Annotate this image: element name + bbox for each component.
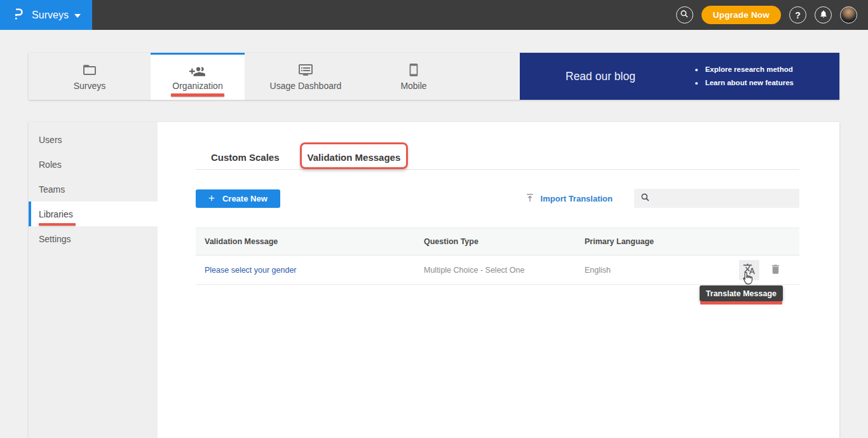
sidebar-item-label: Settings	[39, 234, 71, 244]
blog-banner-title: Read our blog	[566, 70, 635, 83]
nav-tab-label: Mobile	[400, 81, 426, 91]
search-input[interactable]	[655, 189, 799, 208]
import-translation-label: Import Translation	[541, 194, 613, 203]
tooltip-label: Translate Message	[706, 289, 776, 298]
primary-nav: Surveys Organization Usage Dashboard	[29, 53, 520, 100]
sidebar-item-libraries[interactable]: Libraries	[29, 202, 158, 226]
import-icon	[525, 193, 535, 205]
sidebar-item-roles[interactable]: Roles	[29, 152, 158, 177]
table-row: Please select your gender Multiple Choic…	[196, 256, 799, 285]
user-avatar[interactable]	[840, 6, 857, 24]
questionpro-logo-icon	[11, 6, 26, 24]
help-button[interactable]: ?	[789, 6, 806, 24]
sidebar-item-label: Teams	[39, 184, 65, 195]
product-switcher[interactable]: Surveys	[0, 0, 92, 30]
folder-icon	[82, 62, 97, 78]
upgrade-now-button[interactable]: Upgrade Now	[702, 6, 781, 24]
nav-tab-label: Surveys	[74, 81, 106, 91]
nav-tab-label: Organization	[172, 81, 222, 91]
trash-icon	[770, 263, 782, 277]
blog-banner[interactable]: Read our blog Explore research method Le…	[520, 53, 839, 100]
libraries-content: Custom Scales Validation Messages + Crea…	[158, 122, 839, 438]
nav-tab-label: Usage Dashboard	[270, 81, 342, 91]
topbar: Surveys Upgrade Now ?	[0, 0, 868, 30]
smartphone-icon	[407, 62, 421, 78]
validation-messages-table: Validation Message Question Type Primary…	[196, 228, 799, 285]
table-header-row: Validation Message Question Type Primary…	[196, 228, 799, 256]
nav-tab-mobile[interactable]: Mobile	[367, 53, 461, 100]
translate-message-button[interactable]	[739, 260, 759, 280]
translate-message-tooltip: Translate Message	[700, 285, 783, 301]
toolbar: + Create New Import Translation	[196, 188, 799, 209]
annotation-underline-libraries	[39, 223, 76, 226]
tab-label: Custom Scales	[211, 152, 280, 163]
primary-language-cell: English	[585, 266, 737, 275]
table-search-field[interactable]	[634, 189, 799, 208]
blog-banner-bullets: Explore research method Learn about new …	[695, 63, 794, 90]
dashboard-icon	[298, 62, 313, 78]
delete-message-button[interactable]	[770, 263, 782, 277]
annotation-underline-tooltip	[700, 301, 782, 305]
notifications-button[interactable]	[815, 6, 832, 24]
sidebar-item-users[interactable]: Users	[29, 127, 158, 152]
chevron-down-icon	[74, 14, 81, 18]
column-header-question-type: Question Type	[424, 237, 585, 246]
create-new-label: Create New	[222, 194, 268, 203]
nav-tab-usage-dashboard[interactable]: Usage Dashboard	[259, 53, 353, 100]
create-new-button[interactable]: + Create New	[196, 189, 280, 208]
question-type-cell: Multiple Choice - Select One	[424, 266, 585, 275]
validation-message-link[interactable]: Please select your gender	[196, 266, 424, 275]
column-header-primary-language: Primary Language	[585, 237, 737, 246]
sidebar-item-label: Libraries	[39, 209, 73, 219]
product-name: Surveys	[32, 10, 69, 21]
group-add-icon	[189, 64, 206, 78]
primary-nav-row: Surveys Organization Usage Dashboard	[29, 53, 839, 100]
import-translation-link[interactable]: Import Translation	[525, 193, 613, 205]
search-button[interactable]	[676, 6, 693, 24]
search-icon	[641, 193, 650, 205]
row-actions	[737, 260, 799, 280]
question-mark-icon: ?	[795, 10, 801, 20]
libraries-tabs: Custom Scales Validation Messages	[196, 146, 799, 170]
tab-validation-messages[interactable]: Validation Messages	[308, 146, 401, 169]
sidebar-item-settings[interactable]: Settings	[29, 226, 158, 251]
sidebar-item-label: Roles	[39, 160, 62, 170]
organization-sidebar: Users Roles Teams Libraries Settings	[29, 122, 158, 438]
annotation-underline-organization	[171, 93, 224, 97]
nav-tab-surveys[interactable]: Surveys	[43, 53, 137, 100]
blog-bullet: Explore research method	[695, 63, 794, 76]
tab-custom-scales[interactable]: Custom Scales	[211, 146, 280, 169]
bell-icon	[819, 10, 828, 20]
sidebar-item-teams[interactable]: Teams	[29, 177, 158, 202]
search-icon	[680, 10, 689, 20]
nav-tab-organization[interactable]: Organization	[151, 53, 245, 100]
tab-label: Validation Messages	[308, 152, 401, 163]
main-card: Users Roles Teams Libraries Settings Cus…	[29, 122, 839, 438]
blog-bullet: Learn about new features	[695, 76, 794, 90]
column-header-validation-message: Validation Message	[196, 237, 424, 246]
sidebar-item-label: Users	[39, 135, 62, 145]
translate-icon	[743, 263, 756, 277]
plus-icon: +	[208, 192, 215, 205]
